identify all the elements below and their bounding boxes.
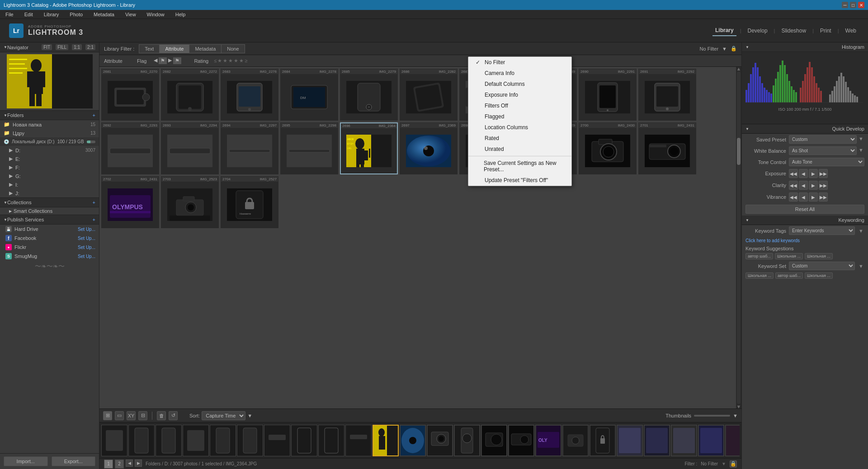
dropdown-item-rated[interactable]: Rated — [468, 133, 571, 144]
dropdown-item-update-preset[interactable]: Update Preset "Filters Off" — [468, 175, 571, 186]
dropdown-item-default-columns[interactable]: Default Columns — [468, 79, 571, 89]
dropdown-item-save-preset[interactable]: Save Current Settings as New Preset... — [468, 158, 571, 175]
dropdown-item-filters-off[interactable]: Filters Off — [468, 100, 571, 111]
filter-presets-dropdown: ✓ No Filter Camera Info Default Columns … — [468, 56, 572, 186]
dropdown-item-flagged[interactable]: Flagged — [468, 111, 571, 122]
dropdown-item-unrated[interactable]: Unrated — [468, 144, 571, 155]
dropdown-divider — [468, 156, 571, 156]
dropdown-overlay: ✓ No Filter Camera Info Default Columns … — [0, 0, 868, 469]
dropdown-item-camera-info[interactable]: Camera Info — [468, 68, 571, 79]
dropdown-item-exposure-info[interactable]: Exposure Info — [468, 89, 571, 100]
dropdown-item-no-filter[interactable]: ✓ No Filter — [468, 57, 571, 68]
check-icon: ✓ — [476, 59, 482, 66]
dropdown-item-location-columns[interactable]: Location Columns — [468, 122, 571, 133]
